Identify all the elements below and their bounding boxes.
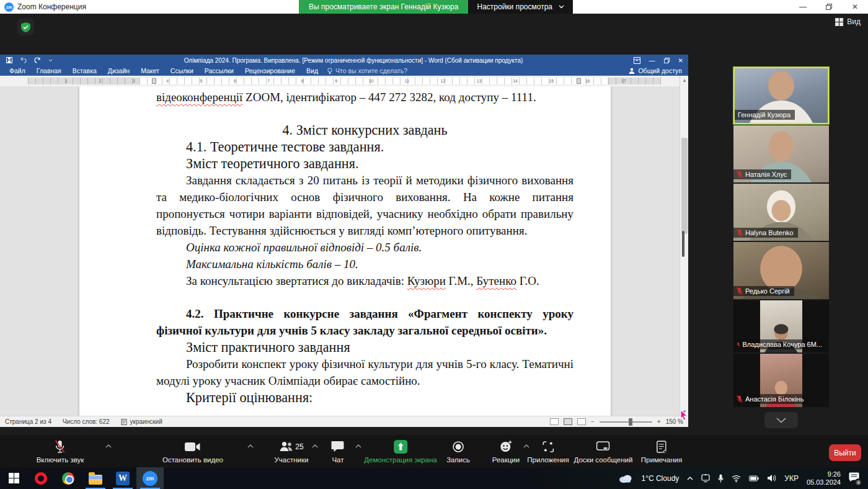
- view-options-button[interactable]: Настройки просмотра: [468, 0, 573, 14]
- notes-button[interactable]: Примечания: [641, 439, 682, 464]
- word-document-title: Олімпіада 2024. Програма. Виправлена. [Р…: [93, 57, 614, 64]
- wifi-icon[interactable]: [732, 475, 741, 482]
- zoom-out-button[interactable]: −: [591, 418, 595, 425]
- zoom-slider[interactable]: [600, 421, 652, 423]
- stop-video-label: Остановить видео: [162, 456, 223, 464]
- tab-mailings[interactable]: Рассылки: [199, 66, 239, 76]
- battery-icon[interactable]: [749, 475, 759, 482]
- read-mode-button[interactable]: [550, 418, 559, 425]
- participant-video[interactable]: Анастасія Білокінь: [733, 354, 829, 407]
- stop-video-button[interactable]: Остановить видео: [162, 439, 223, 464]
- horizontal-ruler[interactable]: 1234567891011121314151617: [0, 76, 680, 86]
- tray-mic-icon[interactable]: [718, 474, 724, 483]
- zoom-in-button[interactable]: +: [657, 418, 661, 425]
- ruler-numbers: 1234567891011121314151617: [65, 79, 626, 83]
- language-indicator[interactable]: УКР: [784, 474, 799, 483]
- status-page-number[interactable]: Страница 2 из 4: [5, 418, 51, 425]
- taskbar-zoom-icon[interactable]: zm: [136, 467, 164, 489]
- audio-options-chevron[interactable]: [105, 444, 112, 448]
- speaker-icon[interactable]: [767, 474, 776, 482]
- more-participants-button[interactable]: [764, 412, 798, 428]
- proofing-icon: [121, 419, 127, 425]
- tab-references[interactable]: Ссылки: [165, 66, 199, 76]
- weather-text[interactable]: 1°C Cloudy: [641, 474, 679, 483]
- web-layout-button[interactable]: [577, 418, 586, 425]
- cast-screen-icon[interactable]: [701, 474, 710, 482]
- participants-button[interactable]: 25 Участники: [275, 439, 309, 464]
- unmute-button[interactable]: Включить звук: [37, 439, 84, 464]
- document-viewport[interactable]: відеоконференції ZOOM, ідентифікатор – 4…: [0, 86, 680, 416]
- participants-options-chevron[interactable]: [312, 444, 318, 448]
- taskbar-file-explorer-icon[interactable]: [82, 467, 109, 489]
- minimize-button[interactable]: —: [790, 0, 816, 14]
- close-button[interactable]: ✕: [842, 0, 868, 14]
- hidden-icons-chevron[interactable]: [687, 477, 693, 480]
- taskbar-clock[interactable]: 9:2605.03.2024: [807, 470, 841, 487]
- chat-options-chevron[interactable]: [355, 444, 361, 448]
- view-options-label: Настройки просмотра: [477, 2, 552, 11]
- participant-name-badge: Геннадій Кузюра: [735, 110, 795, 120]
- print-layout-button[interactable]: [564, 418, 572, 425]
- record-button[interactable]: Запись: [446, 439, 470, 464]
- mic-muted-icon: [55, 440, 66, 454]
- apps-button[interactable]: Приложения: [527, 439, 569, 464]
- document-page[interactable]: відеоконференції ZOOM, ідентифікатор – 4…: [79, 86, 611, 416]
- word-restore-button[interactable]: [664, 58, 670, 63]
- doc-heading-4-1: 4.1. Теоретичне тестове завдання.: [156, 138, 574, 155]
- right-indent-marker[interactable]: [577, 78, 581, 84]
- tell-me-box[interactable]: Что вы хотите сделать?: [324, 67, 407, 74]
- participant-name-badge: Анастасія Білокінь: [733, 394, 808, 404]
- tab-home[interactable]: Главная: [31, 66, 67, 76]
- word-close-button[interactable]: ✕: [678, 57, 683, 64]
- status-language[interactable]: украинский: [121, 418, 162, 425]
- participant-video[interactable]: Владислава Кочура 6М...: [733, 300, 829, 352]
- taskbar-opera-icon[interactable]: [27, 467, 55, 489]
- participant-video[interactable]: Редько Сергій: [733, 242, 829, 299]
- tab-file[interactable]: Файл: [4, 66, 31, 76]
- participant-video[interactable]: Наталія Хлус: [733, 125, 829, 182]
- chat-button[interactable]: Чат: [332, 439, 345, 464]
- word-title-bar: Олімпіада 2024. Програма. Виправлена. [Р…: [0, 55, 688, 66]
- undo-icon[interactable]: [20, 57, 27, 63]
- start-button[interactable]: [0, 467, 27, 489]
- tab-layout[interactable]: Макет: [135, 66, 165, 76]
- doc-heading-criteria: Критерії оцінювання:: [156, 389, 574, 406]
- chevron-down-icon: [776, 418, 786, 423]
- participant-video-active-speaker[interactable]: Геннадій Кузюра: [733, 67, 829, 124]
- windows-taskbar: W zm 1°C Cloudy УКР 9:2605.03.2024 4: [0, 467, 868, 489]
- lightbulb-icon: [327, 68, 332, 74]
- tab-view[interactable]: Вид: [301, 66, 324, 76]
- taskbar-time: 9:26: [828, 470, 841, 478]
- redo-icon[interactable]: [34, 57, 41, 64]
- participant-video[interactable]: Halyna Butenko: [733, 184, 829, 241]
- qat-customize-icon[interactable]: [48, 59, 53, 62]
- view-layout-button[interactable]: Вид: [835, 17, 861, 26]
- doc-line-zoom-id: відеоконференції ZOOM, ідентифікатор – 4…: [156, 89, 574, 105]
- share-document-button[interactable]: Общий доступ: [629, 66, 682, 76]
- shared-screen-scrollbar-thumb[interactable]: [682, 231, 684, 257]
- zoom-slider-knob[interactable]: [629, 418, 632, 426]
- tab-insert[interactable]: Вставка: [67, 66, 102, 76]
- reactions-button[interactable]: Реакции: [492, 439, 520, 464]
- ribbon-options-icon[interactable]: [634, 57, 640, 64]
- presenter-cursor-icon: [680, 410, 688, 421]
- security-shield-icon[interactable]: [17, 19, 34, 35]
- video-options-chevron[interactable]: [247, 444, 254, 448]
- muted-mic-icon: [737, 229, 743, 236]
- tab-design[interactable]: Дизайн: [102, 66, 135, 76]
- restore-button[interactable]: [816, 0, 842, 14]
- save-icon[interactable]: [6, 57, 12, 63]
- taskbar-word-icon[interactable]: W: [109, 467, 136, 489]
- status-word-count[interactable]: Число слов: 622: [63, 418, 110, 425]
- taskbar-chrome-icon[interactable]: [55, 467, 82, 489]
- leave-meeting-button[interactable]: Выйти: [829, 444, 861, 461]
- indent-marker[interactable]: [152, 78, 156, 84]
- whiteboards-button[interactable]: Доски сообщений: [574, 439, 633, 464]
- doc-heading-4: 4. Зміст конкурсних завдань: [156, 122, 574, 138]
- tab-review[interactable]: Рецензирование: [239, 66, 301, 76]
- notification-center-button[interactable]: 4: [849, 472, 859, 484]
- scrollbar-thumb[interactable]: [681, 138, 688, 234]
- notification-count-badge: 4: [854, 478, 862, 487]
- word-minimize-button[interactable]: —: [649, 57, 655, 64]
- share-screen-button[interactable]: Демонстрация экрана: [364, 439, 437, 464]
